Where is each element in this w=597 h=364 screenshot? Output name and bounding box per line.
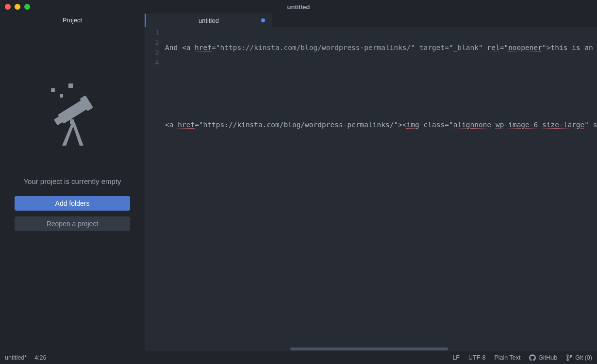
code-area[interactable]: And <a href="https://kinsta.com/blog/wor… [165,27,597,351]
svg-point-10 [567,359,568,361]
svg-rect-2 [60,94,63,98]
empty-project-message: Your project is currently empty [23,177,121,185]
svg-rect-1 [68,83,73,88]
telescope-icon [48,83,97,148]
close-window-button[interactable] [5,4,11,10]
svg-rect-0 [51,88,55,92]
file-tab-untitled[interactable]: untitled [145,14,272,27]
svg-point-9 [567,355,568,356]
maximize-window-button[interactable] [24,4,30,10]
editor-pane: untitled 1 2 3 4 And <a href="https://ki… [145,14,597,351]
file-tab-bar: untitled [145,14,597,27]
status-github-label: GitHub [538,354,557,361]
text-editor[interactable]: 1 2 3 4 And <a href="https://kinsta.com/… [145,27,597,351]
line-number-gutter: 1 2 3 4 [145,27,165,351]
code-line[interactable] [165,94,597,104]
project-tab[interactable]: Project [0,14,145,27]
git-branch-icon [566,354,573,361]
status-grammar[interactable]: Plain Text [494,354,520,361]
github-icon [529,354,536,361]
status-cursor-position[interactable]: 4:26 [34,354,46,361]
status-bar: untitled* 4:26 LF UTF-8 Plain Text GitHu… [0,351,597,364]
code-line[interactable]: <a href="https://kinsta.com/blog/wordpre… [165,120,597,130]
status-filename[interactable]: untitled* [5,354,27,361]
reopen-project-button[interactable]: Reopen a project [15,216,130,231]
horizontal-scrollbar-thumb[interactable] [290,347,448,350]
code-line[interactable] [165,68,597,79]
status-encoding[interactable]: UTF-8 [468,354,485,361]
file-tab-title: untitled [199,17,219,24]
svg-marker-7 [72,122,83,146]
code-line[interactable]: And <a href="https://kinsta.com/blog/wor… [165,43,597,53]
window-controls [5,4,30,10]
add-folders-button[interactable]: Add folders [15,196,130,211]
titlebar: untitled [0,0,597,14]
status-github[interactable]: GitHub [529,354,557,361]
tree-view-panel: Project Your project is curren [0,14,145,351]
status-git-label: Git (0) [575,354,592,361]
workspace: Project Your project is curren [0,14,597,351]
svg-marker-8 [62,122,75,146]
status-line-ending[interactable]: LF [452,354,460,361]
status-git[interactable]: Git (0) [566,354,592,361]
svg-point-11 [570,355,572,357]
modified-indicator-icon [261,18,265,22]
minimize-window-button[interactable] [15,4,20,10]
tree-view-empty-state: Your project is currently empty Add fold… [0,27,145,351]
window-title: untitled [0,3,597,11]
